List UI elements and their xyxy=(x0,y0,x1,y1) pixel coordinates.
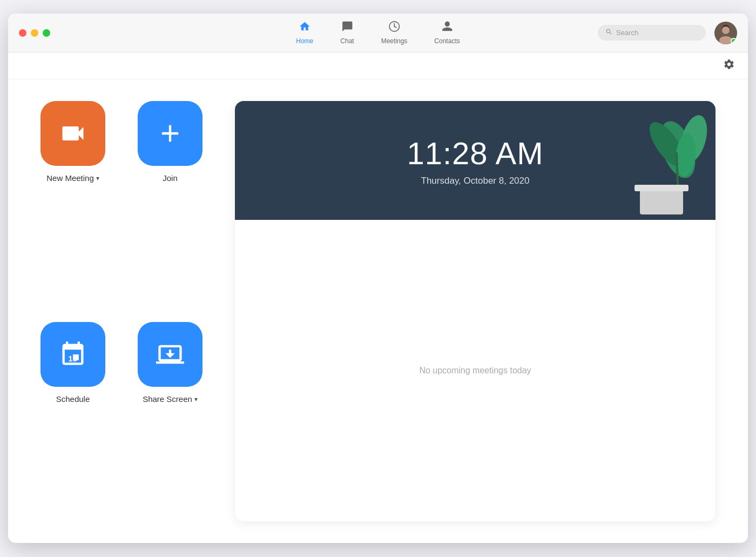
join-button[interactable] xyxy=(138,101,202,166)
tab-home-label: Home xyxy=(296,37,313,45)
main-window: Home Chat Meetings Contact xyxy=(8,14,748,543)
action-grid: New Meeting ▾ Join xyxy=(40,101,202,521)
calendar-icon: 19 xyxy=(59,340,87,368)
no-meetings-message: No upcoming meetings today xyxy=(419,366,531,375)
right-panel: 11:28 AM Thursday, October 8, 2020 No up… xyxy=(235,101,716,521)
minimize-button[interactable] xyxy=(31,29,38,37)
share-screen-icon xyxy=(156,340,184,368)
avatar[interactable] xyxy=(714,22,737,44)
tab-meetings[interactable]: Meetings xyxy=(370,16,418,49)
plant-decoration xyxy=(608,101,716,220)
tab-contacts[interactable]: Contacts xyxy=(423,16,470,49)
tab-meetings-label: Meetings xyxy=(381,37,408,45)
clock-time: 11:28 AM xyxy=(407,135,543,171)
svg-line-11 xyxy=(677,152,678,185)
new-meeting-chevron: ▾ xyxy=(96,175,99,182)
share-screen-chevron: ▾ xyxy=(194,395,198,403)
clock-date: Thursday, October 8, 2020 xyxy=(421,176,530,186)
svg-point-2 xyxy=(722,26,730,34)
home-icon xyxy=(299,21,310,35)
nav-tabs: Home Chat Meetings Contact xyxy=(285,16,470,49)
camera-icon xyxy=(59,119,87,147)
join-label: Join xyxy=(163,173,178,183)
schedule-label: Schedule xyxy=(56,394,90,404)
search-icon xyxy=(605,28,613,37)
meetings-area: No upcoming meetings today xyxy=(235,220,716,521)
join-action[interactable]: Join xyxy=(138,101,202,300)
maximize-button[interactable] xyxy=(43,29,50,37)
search-bar[interactable] xyxy=(598,25,706,41)
tab-home[interactable]: Home xyxy=(285,16,324,49)
titlebar: Home Chat Meetings Contact xyxy=(8,14,748,52)
share-screen-action[interactable]: Share Screen ▾ xyxy=(138,322,202,521)
close-button[interactable] xyxy=(19,29,26,37)
main-content: New Meeting ▾ Join xyxy=(8,79,748,543)
new-meeting-action[interactable]: New Meeting ▾ xyxy=(40,101,105,300)
svg-rect-6 xyxy=(634,185,688,191)
clock-header: 11:28 AM Thursday, October 8, 2020 xyxy=(235,101,716,220)
tab-chat-label: Chat xyxy=(340,37,354,45)
traffic-lights xyxy=(19,29,50,37)
tab-chat[interactable]: Chat xyxy=(329,16,364,49)
tab-contacts-label: Contacts xyxy=(434,37,460,45)
share-screen-label: Share Screen ▾ xyxy=(143,394,198,404)
contacts-icon xyxy=(441,21,453,35)
svg-text:19: 19 xyxy=(68,354,77,363)
search-input[interactable] xyxy=(616,29,698,37)
new-meeting-label: New Meeting ▾ xyxy=(46,173,99,183)
share-screen-button[interactable] xyxy=(138,322,202,387)
plus-icon xyxy=(156,119,184,147)
svg-rect-5 xyxy=(640,187,683,214)
toolbar-area xyxy=(8,52,748,79)
meetings-icon xyxy=(388,21,400,35)
chat-icon xyxy=(341,21,353,35)
schedule-button[interactable]: 19 xyxy=(40,322,105,387)
avatar-online-indicator xyxy=(731,38,737,44)
new-meeting-button[interactable] xyxy=(40,101,105,166)
schedule-action[interactable]: 19 Schedule xyxy=(40,322,105,521)
settings-icon[interactable] xyxy=(723,58,735,73)
